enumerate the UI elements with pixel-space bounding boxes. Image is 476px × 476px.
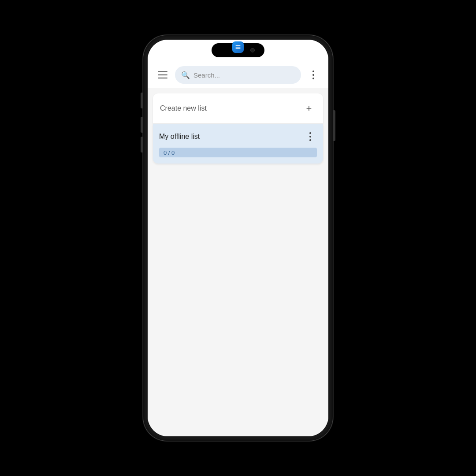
app-header: 🔍 Search... xyxy=(148,62,328,88)
search-bar[interactable]: 🔍 Search... xyxy=(175,66,301,84)
create-list-label: Create new list xyxy=(160,104,207,112)
hamburger-line-1 xyxy=(158,71,167,72)
plus-icon: + xyxy=(306,104,312,113)
dot-3 xyxy=(312,78,314,79)
create-list-card: Create new list + xyxy=(153,93,323,124)
list-item-title: My offline list xyxy=(159,133,200,141)
app-icon-svg xyxy=(234,44,242,51)
list-item-more-button[interactable] xyxy=(304,130,317,143)
create-list-row[interactable]: Create new list + xyxy=(153,93,323,124)
progress-text: 0 / 0 xyxy=(164,149,175,156)
content-area: Create new list + My offline list xyxy=(148,88,328,436)
camera-dot xyxy=(250,48,255,52)
search-placeholder: Search... xyxy=(193,71,220,79)
hamburger-button[interactable] xyxy=(155,67,171,83)
dot-2 xyxy=(312,74,314,76)
search-icon: 🔍 xyxy=(181,71,190,79)
list-dot-2 xyxy=(309,136,311,138)
app-icon-top xyxy=(232,41,244,53)
create-list-plus-button[interactable]: + xyxy=(302,101,316,115)
phone-screen: 🔍 Search... Create new list + xyxy=(148,40,328,436)
hamburger-icon xyxy=(158,71,167,78)
hamburger-line-3 xyxy=(158,78,167,78)
list-item-header: My offline list xyxy=(159,130,317,143)
header-more-button[interactable] xyxy=(305,67,321,83)
vertical-dots-icon xyxy=(312,71,314,79)
dot-1 xyxy=(312,71,314,72)
list-item-card[interactable]: My offline list 0 / 0 xyxy=(153,124,323,164)
progress-bar: 0 / 0 xyxy=(159,148,317,157)
list-dot-3 xyxy=(309,139,311,141)
list-dot-1 xyxy=(309,132,311,134)
status-bar xyxy=(148,40,328,62)
hamburger-line-2 xyxy=(158,74,167,75)
phone-frame: 🔍 Search... Create new list + xyxy=(143,35,333,441)
vertical-dots-icon-list xyxy=(309,132,311,141)
